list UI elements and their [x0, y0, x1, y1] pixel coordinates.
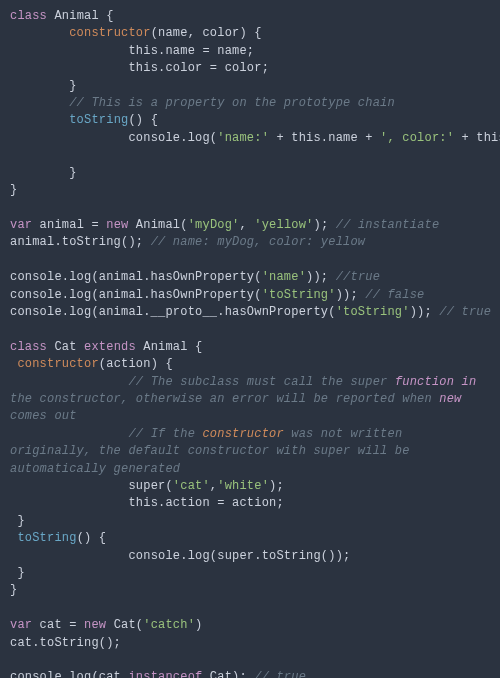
- code-line: }: [10, 183, 17, 197]
- text: console.log(cat: [10, 670, 128, 678]
- string: 'catch': [143, 618, 195, 632]
- code-line: var animal = new Animal('myDog', 'yellow…: [10, 218, 439, 232]
- string: 'toString': [336, 305, 410, 319]
- keyword-class: class: [10, 9, 47, 23]
- keyword-new: new: [106, 218, 128, 232]
- code-line: }: [10, 166, 77, 180]
- punct: () {: [77, 531, 107, 545]
- text: animal =: [32, 218, 106, 232]
- comment: // true: [254, 670, 306, 678]
- string: 'name:': [217, 131, 269, 145]
- text: Cat(: [106, 618, 143, 632]
- string: 'cat': [173, 479, 210, 493]
- code-line: this.name = name;: [10, 44, 254, 58]
- text: Animal {: [136, 340, 203, 354]
- fn-name: toString: [10, 531, 77, 545]
- text: console.log(animal.__proto__.hasOwnPrope…: [10, 305, 336, 319]
- text: );: [269, 479, 284, 493]
- code-line: toString() {: [10, 531, 106, 545]
- comment: // false: [365, 288, 424, 302]
- params: (name, color) {: [151, 26, 262, 40]
- text: Animal(: [128, 218, 187, 232]
- code-line: console.log(cat instanceof Cat); // true: [10, 670, 306, 678]
- code-line: console.log(animal.__proto__.hasOwnPrope…: [10, 305, 491, 319]
- keyword-class: class: [10, 340, 47, 354]
- comment: // instantiate: [336, 218, 440, 232]
- class-name: Cat: [47, 340, 84, 354]
- code-line: }: [10, 79, 77, 93]
- code-line: this.action = action;: [10, 496, 284, 510]
- text: ));: [410, 305, 440, 319]
- code-line: constructor(name, color) {: [10, 26, 262, 40]
- punct: {: [99, 9, 114, 23]
- code-line: console.log('name:' + this.name + ', col…: [10, 131, 500, 145]
- text: );: [314, 218, 336, 232]
- text: animal.toString();: [10, 235, 151, 249]
- code-line: console.log(animal.hasOwnProperty('name'…: [10, 270, 380, 284]
- string: 'toString': [262, 288, 336, 302]
- keyword-var: var: [10, 218, 32, 232]
- text: ): [195, 618, 202, 632]
- comment: // name: myDog, color: yellow: [151, 235, 366, 249]
- keyword-var: var: [10, 618, 32, 632]
- text: ));: [336, 288, 366, 302]
- code-line: toString() {: [10, 113, 158, 127]
- code-line: console.log(animal.hasOwnProperty('toStr…: [10, 288, 424, 302]
- text: console.log(animal.hasOwnProperty(: [10, 270, 262, 284]
- code-line: console.log(super.toString());: [10, 549, 350, 563]
- class-name: Animal: [47, 9, 99, 23]
- keyword-new: new: [84, 618, 106, 632]
- comment: // This is a property on the prototype c…: [10, 96, 395, 110]
- text: ));: [306, 270, 336, 284]
- code-block: class Animal { constructor(name, color) …: [0, 0, 500, 678]
- code-line: }: [10, 566, 25, 580]
- code-line: this.color = color;: [10, 61, 269, 75]
- string: 'yellow': [254, 218, 313, 232]
- text: + this.color);: [454, 131, 500, 145]
- params: (action) {: [99, 357, 173, 371]
- code-line: constructor(action) {: [10, 357, 173, 371]
- text: ,: [239, 218, 254, 232]
- string: 'white': [217, 479, 269, 493]
- keyword-instanceof: instanceof: [128, 670, 202, 678]
- code-line: }: [10, 514, 25, 528]
- text: console.log(: [10, 131, 217, 145]
- comment: // true: [439, 305, 491, 319]
- punct: () {: [128, 113, 158, 127]
- comment: // The subclass must call the super func…: [10, 374, 490, 426]
- code-line: }: [10, 583, 17, 597]
- string: ', color:': [380, 131, 454, 145]
- string: 'name': [262, 270, 306, 284]
- code-line: class Cat extends Animal {: [10, 340, 202, 354]
- code-line: super('cat','white');: [10, 479, 284, 493]
- text: Cat);: [202, 670, 254, 678]
- text: + this.name +: [269, 131, 380, 145]
- constructor-keyword: constructor: [69, 26, 150, 40]
- string: 'myDog': [188, 218, 240, 232]
- code-line: cat.toString();: [10, 636, 121, 650]
- keyword-extends: extends: [84, 340, 136, 354]
- text: cat =: [32, 618, 84, 632]
- code-line: class Animal {: [10, 9, 114, 23]
- comment: //true: [336, 270, 380, 284]
- fn-name: toString: [69, 113, 128, 127]
- constructor-keyword: constructor: [10, 357, 99, 371]
- code-line: animal.toString(); // name: myDog, color…: [10, 235, 365, 249]
- text: super(: [10, 479, 173, 493]
- comment: // If the constructor was not written or…: [10, 426, 490, 478]
- code-line: var cat = new Cat('catch'): [10, 618, 202, 632]
- text: console.log(animal.hasOwnProperty(: [10, 288, 262, 302]
